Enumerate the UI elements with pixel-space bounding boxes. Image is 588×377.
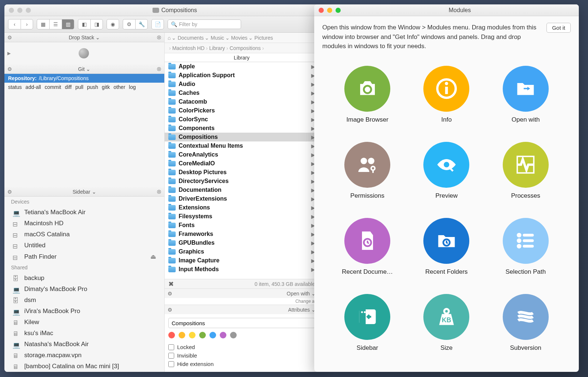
minimize-light[interactable] (17, 8, 22, 13)
tag-color[interactable] (199, 332, 206, 338)
icon-view-button[interactable]: ▦ (37, 19, 49, 29)
git-cmd-commit[interactable]: commit (44, 84, 61, 90)
clear-icon[interactable]: ✖ (168, 280, 174, 288)
sidebar-item[interactable]: 💻Natasha's MacBook Air (4, 339, 164, 350)
sidebar-item[interactable]: 🗄backup (4, 273, 164, 284)
folder-list[interactable]: Apple▶Application Support▶Audio▶Caches▶C… (165, 62, 319, 279)
sidebar-item[interactable]: ⊟macOS Catalina (4, 229, 164, 240)
folder-row[interactable]: ColorPickers▶ (165, 106, 319, 115)
checkbox[interactable] (168, 353, 174, 359)
close-light[interactable] (9, 8, 14, 13)
sidebar-header[interactable]: ⚙ Sidebar ⌄ ⊗ (4, 187, 164, 197)
git-header[interactable]: ⚙ Git ⌄ ⊗ (4, 64, 164, 74)
zoom-light[interactable] (336, 8, 341, 13)
finder-titlebar[interactable]: Compositions (4, 4, 319, 16)
checkbox[interactable] (168, 344, 174, 350)
back-button[interactable]: ‹ (8, 19, 21, 29)
modules-titlebar[interactable]: Modules (314, 4, 579, 16)
breadcrumb-item[interactable]: Compositions (230, 45, 261, 51)
checkbox-row[interactable]: Invisible (168, 351, 315, 360)
documents-tab[interactable]: Documents ⌄ (178, 35, 209, 41)
close-icon[interactable]: ⊗ (157, 188, 161, 195)
git-cmd-log[interactable]: log (129, 84, 136, 90)
list-view-button[interactable]: ☰ (49, 19, 62, 29)
breadcrumb-item[interactable]: Library (209, 45, 225, 51)
folder-row[interactable]: Caches▶ (165, 89, 319, 97)
sidebar-item[interactable]: 🖥[bamboo] Catalina on Mac mini [3] (4, 361, 164, 372)
openwith-header[interactable]: ⚙ Open with ⌄ (165, 288, 319, 298)
sidebar-item[interactable]: 💻Dimaty's MacBook Pro (4, 284, 164, 295)
git-cmd-other[interactable]: other (114, 84, 125, 90)
sidebar-item[interactable]: 🖥ksu's iMac (4, 328, 164, 339)
folder-row[interactable]: Image Capture▶ (165, 256, 319, 265)
sidebar-item[interactable]: ⊟Untitled (4, 240, 164, 251)
folder-row[interactable]: Contextual Menu Items▶ (165, 141, 319, 150)
close-light[interactable] (319, 8, 324, 13)
module-preview[interactable]: Preview (412, 142, 480, 200)
folder-row[interactable]: GPUBundles▶ (165, 238, 319, 247)
gear-icon[interactable]: ⚙ (7, 189, 12, 195)
forward-button[interactable]: › (21, 19, 33, 29)
folder-row[interactable]: ColorSync▶ (165, 115, 319, 124)
gear-icon[interactable]: ⚙ (7, 35, 12, 40)
git-cmd-add-all[interactable]: add-all (25, 84, 41, 90)
eject-icon[interactable]: ⏏ (150, 253, 156, 261)
name-field[interactable] (168, 318, 315, 328)
module-image-browser[interactable]: Image Browser (333, 66, 401, 123)
change-all-button[interactable]: Change all (165, 298, 319, 305)
folder-row[interactable]: DirectoryServices▶ (165, 177, 319, 186)
tag-color[interactable] (220, 332, 226, 338)
got-it-button[interactable]: Got it (546, 23, 571, 33)
module-sidebar[interactable]: Sidebar (333, 294, 401, 352)
dropstack-header[interactable]: ⚙ Drop Stack ⌄ ⊗ (4, 33, 164, 42)
play-icon[interactable]: ▶ (7, 51, 11, 56)
split-left-button[interactable]: ◧ (78, 19, 90, 29)
git-cmd-status[interactable]: status (8, 84, 22, 90)
git-cmd-diff[interactable]: diff (65, 84, 72, 90)
split-right-button[interactable]: ◨ (90, 19, 103, 29)
folder-row[interactable]: Desktop Pictures▶ (165, 168, 319, 177)
movies-tab[interactable]: Movies ⌄ (231, 35, 253, 41)
tag-color[interactable] (168, 332, 175, 338)
folder-row[interactable]: Compositions▶ (165, 133, 319, 141)
module-selection-path[interactable]: Selection Path (492, 218, 560, 276)
module-recent-folders[interactable]: Recent Folders (412, 218, 480, 276)
action-menu-button[interactable]: ⚙ (123, 19, 135, 29)
checkbox[interactable] (168, 361, 174, 367)
tag-color[interactable] (189, 332, 196, 338)
new-folder-button[interactable]: 📄 (151, 19, 164, 29)
folder-row[interactable]: Audio▶ (165, 80, 319, 89)
folder-row[interactable]: Apple▶ (165, 62, 319, 71)
git-cmd-gitk[interactable]: gitk (102, 84, 110, 90)
tag-color[interactable] (179, 332, 185, 338)
folder-row[interactable]: CoreAnalytics▶ (165, 150, 319, 159)
folder-row[interactable]: Documentation▶ (165, 186, 319, 194)
module-info[interactable]: Info (412, 66, 480, 123)
gear-icon[interactable]: ⚙ (168, 307, 172, 313)
folder-row[interactable]: DriverExtensions▶ (165, 194, 319, 203)
sidebar-item[interactable]: 🖥storage.macpaw.vpn (4, 350, 164, 361)
gear-icon[interactable]: ⚙ (168, 291, 172, 297)
git-cmd-push[interactable]: push (87, 84, 98, 90)
sidebar-item[interactable]: 🗄dsm (4, 295, 164, 306)
breadcrumb-item[interactable]: Macintosh HD (172, 45, 205, 51)
module-processes[interactable]: Processes (492, 142, 560, 200)
module-size[interactable]: KBSize (412, 294, 480, 352)
git-cmd-pull[interactable]: pull (75, 84, 83, 90)
sidebar-item[interactable]: 💻iVira's MacBook Pro (4, 306, 164, 317)
folder-row[interactable]: CoreMediaIO▶ (165, 159, 319, 168)
tag-color[interactable] (230, 332, 237, 338)
sidebar-item[interactable]: ⊟Path Finder⏏ (4, 251, 164, 262)
zoom-light[interactable] (26, 8, 31, 13)
close-icon[interactable]: ⊗ (157, 65, 161, 72)
folder-row[interactable]: Frameworks▶ (165, 230, 319, 238)
drop-target-icon[interactable] (79, 48, 89, 58)
pictures-tab[interactable]: Pictures (254, 35, 273, 41)
module-permissions[interactable]: Permissions (333, 142, 401, 200)
checkbox-row[interactable]: Locked (168, 343, 315, 351)
tools-button[interactable]: 🔧 (135, 19, 148, 29)
checkbox-row[interactable]: Hide extension (168, 360, 315, 368)
close-icon[interactable]: ⊗ (157, 34, 161, 41)
minimize-light[interactable] (327, 8, 332, 13)
folder-row[interactable]: Extensions▶ (165, 203, 319, 212)
